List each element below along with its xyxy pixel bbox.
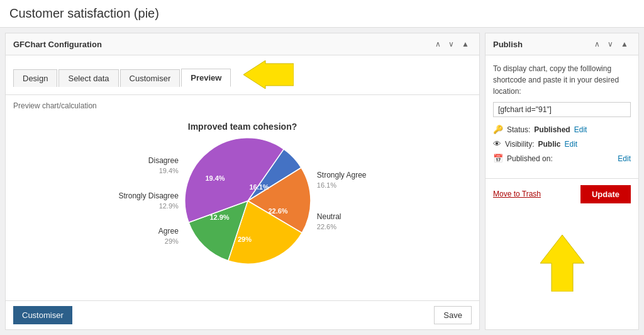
- tab-customiser[interactable]: Customiser: [120, 69, 180, 87]
- yellow-arrow-up-area: [486, 210, 638, 330]
- chart-with-labels: Disagree 19.4% Strongly Disagree 12.9% A…: [92, 138, 394, 264]
- status-label: Status:: [507, 125, 530, 134]
- publish-footer: Move to Trash Update: [486, 178, 638, 210]
- tab-select-data[interactable]: Select data: [58, 69, 118, 87]
- collapse-up-button[interactable]: ∧: [433, 38, 443, 50]
- publish-header: Publish ∧ ∨ ▲: [486, 33, 638, 55]
- publish-panel: Publish ∧ ∨ ▲ To display chart, copy the…: [485, 33, 639, 330]
- preview-content: Preview chart/calculation Improved team …: [6, 95, 479, 300]
- chart-area: Improved team cohesion? Disagree 19.4% S…: [13, 115, 472, 270]
- yellow-arrow-up: [540, 235, 584, 292]
- key-icon: 🔑: [493, 125, 503, 134]
- customiser-button[interactable]: Customiser: [13, 306, 72, 324]
- status-edit-link[interactable]: Edit: [574, 125, 587, 134]
- yellow-arrow-left: [243, 60, 294, 91]
- label-disagree: Disagree 19.4%: [118, 156, 178, 175]
- pie-label-neutral: 22.6%: [268, 207, 287, 215]
- shortcode-input[interactable]: [493, 102, 631, 117]
- pie-chart: 16.1% 22.6% 29% 12.9% 19.4%: [185, 138, 311, 264]
- published-edit-link[interactable]: Edit: [618, 154, 631, 163]
- pie-label-disagree: 19.4%: [205, 174, 225, 182]
- status-row: 🔑 Status: Published Edit: [493, 125, 631, 134]
- save-button[interactable]: Save: [434, 306, 472, 324]
- move-to-trash-button[interactable]: Move to Trash: [493, 190, 541, 198]
- published-label: Published on:: [507, 154, 553, 163]
- panel-controls: ∧ ∨ ▲: [433, 38, 472, 50]
- publish-title: Publish: [493, 40, 523, 49]
- svg-marker-0: [243, 60, 294, 89]
- left-labels: Disagree 19.4% Strongly Disagree 12.9% A…: [118, 156, 178, 246]
- status-value: Published: [534, 125, 570, 134]
- pie-svg: 16.1% 22.6% 29% 12.9% 19.4%: [185, 138, 311, 264]
- header: Customer satisfaction (pie): [0, 0, 644, 28]
- label-neutral: Neutral 22.6%: [317, 212, 367, 231]
- pie-label-strongly-agree: 16.1%: [249, 183, 269, 191]
- visibility-label: Visibility:: [505, 140, 534, 149]
- visibility-edit-link[interactable]: Edit: [564, 140, 577, 149]
- right-labels: Strongly Agree 16.1% Neutral 22.6%: [317, 171, 367, 231]
- label-agree: Agree 29%: [118, 227, 178, 246]
- published-row: 📅 Published on: Edit: [493, 154, 631, 163]
- publish-up-button[interactable]: ∧: [592, 38, 602, 50]
- visibility-value: Public: [538, 140, 560, 149]
- eye-icon: 👁: [493, 139, 501, 149]
- publish-body: To display chart, copy the folllowing sh…: [486, 55, 638, 178]
- panel-header-title: GFChart Configuration: [13, 40, 102, 49]
- pie-label-agree: 29%: [238, 236, 252, 243]
- left-panel: GFChart Configuration ∧ ∨ ▲ Design Selec…: [5, 33, 480, 330]
- main-layout: GFChart Configuration ∧ ∨ ▲ Design Selec…: [0, 28, 644, 335]
- close-panel-button[interactable]: ▲: [459, 38, 472, 50]
- publish-close-button[interactable]: ▲: [618, 38, 631, 50]
- pie-label-strongly-disagree: 12.9%: [209, 213, 229, 221]
- tabs-bar: Design Select data Customiser Preview: [6, 55, 479, 95]
- svg-marker-1: [540, 235, 584, 292]
- tab-preview[interactable]: Preview: [181, 69, 231, 87]
- shortcode-description: To display chart, copy the folllowing sh…: [493, 63, 631, 97]
- calendar-icon: 📅: [493, 154, 503, 163]
- label-strongly-agree: Strongly Agree 16.1%: [317, 171, 367, 190]
- update-button[interactable]: Update: [580, 185, 631, 203]
- collapse-down-button[interactable]: ∨: [446, 38, 457, 50]
- preview-label: Preview chart/calculation: [13, 101, 472, 110]
- bottom-bar: Customiser Save: [6, 300, 479, 329]
- chart-container: Improved team cohesion? Disagree 19.4% S…: [92, 122, 394, 264]
- publish-controls: ∧ ∨ ▲: [592, 38, 631, 50]
- page-title: Customer satisfaction (pie): [9, 6, 159, 21]
- label-strongly-disagree: Strongly Disagree 12.9%: [118, 191, 178, 210]
- publish-down-button[interactable]: ∨: [605, 38, 616, 50]
- chart-title: Improved team cohesion?: [92, 122, 394, 132]
- panel-header: GFChart Configuration ∧ ∨ ▲: [6, 33, 479, 55]
- tab-design[interactable]: Design: [13, 69, 57, 87]
- visibility-row: 👁 Visibility: Public Edit: [493, 139, 631, 149]
